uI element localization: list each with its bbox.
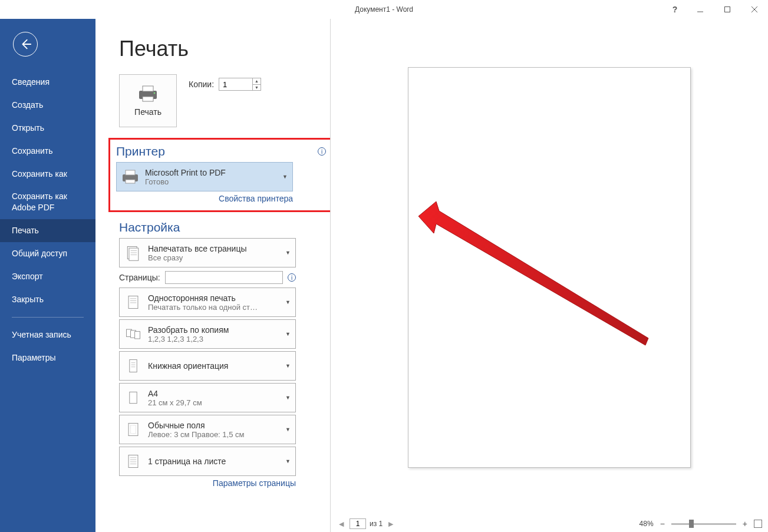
pages-per-sheet-icon	[123, 451, 143, 471]
setting-print-pages[interactable]: Напечатать все страницы Все сразу ▼	[119, 238, 296, 267]
printer-icon	[136, 85, 160, 103]
sidebar-item-export[interactable]: Экспорт	[0, 265, 95, 288]
chevron-down-icon: ▼	[285, 395, 291, 401]
svg-rect-22	[135, 332, 140, 339]
svg-rect-5	[143, 86, 153, 91]
paper-size-icon	[123, 388, 143, 408]
zoom-slider[interactable]	[671, 523, 736, 525]
pages-all-icon	[123, 243, 143, 263]
zoom-out-button[interactable]: −	[658, 519, 667, 528]
prev-page-button[interactable]: ◀	[337, 520, 346, 528]
printer-name: Microsoft Print to PDF	[145, 168, 278, 177]
printer-properties-link[interactable]: Свойства принтера	[219, 194, 293, 203]
sidebar-item-share[interactable]: Общий доступ	[0, 242, 95, 265]
copies-spinner[interactable]: ▲ ▼	[219, 78, 261, 91]
svg-rect-10	[126, 180, 135, 183]
printer-section-title: Принтер i	[116, 144, 329, 158]
chevron-down-icon: ▼	[285, 331, 291, 337]
setting-margins[interactable]: Обычные поля Левое: 3 см Правое: 1,5 см …	[119, 415, 296, 444]
copies-up[interactable]: ▲	[253, 78, 261, 85]
printer-device-icon	[120, 167, 140, 187]
setting-pages-per-she[interactable]: 1 страница на листе ▼	[119, 447, 296, 476]
page-title: Печать	[119, 37, 330, 61]
chevron-down-icon: ▼	[285, 250, 291, 256]
titlebar: Документ1 - Word ?	[0, 0, 768, 19]
current-page-input[interactable]	[350, 518, 366, 529]
sidebar-item-new[interactable]: Создать	[0, 94, 95, 117]
setting-sides[interactable]: Односторонняя печать Печатать только на …	[119, 288, 296, 317]
printer-status: Готово	[145, 177, 278, 186]
printer-section-highlight: Принтер i Microsoft Print to PDF Готово	[108, 138, 337, 212]
minimize-button[interactable]	[687, 0, 714, 19]
sidebar-item-account[interactable]: Учетная запись	[0, 323, 95, 346]
preview-column: ◀ из 1 ▶ 48% − +	[330, 19, 768, 532]
svg-rect-27	[130, 392, 137, 403]
pages-input[interactable]	[165, 271, 283, 284]
sidebar-item-saveas-pdf[interactable]: Сохранить как Adobe PDF	[0, 185, 95, 219]
fit-to-window-button[interactable]	[754, 520, 762, 528]
preview-footer: ◀ из 1 ▶ 48% − +	[331, 516, 768, 532]
printer-dropdown[interactable]: Microsoft Print to PDF Готово ▼	[116, 162, 293, 191]
close-button[interactable]	[741, 0, 768, 19]
info-icon[interactable]: i	[288, 273, 296, 282]
page-preview	[408, 67, 691, 468]
svg-rect-23	[130, 359, 137, 372]
print-settings-column: Печать Печать Копии:	[95, 19, 330, 532]
svg-rect-12	[129, 248, 139, 260]
settings-section-title: Настройка	[119, 220, 330, 234]
sidebar-item-close[interactable]: Закрыть	[0, 288, 95, 311]
help-button[interactable]: ?	[663, 0, 687, 19]
print-button[interactable]: Печать	[119, 74, 177, 127]
window-controls: ?	[663, 0, 768, 19]
setting-paper-size[interactable]: A4 21 см x 29,7 см ▼	[119, 383, 296, 412]
collate-icon	[123, 324, 143, 344]
svg-rect-30	[128, 455, 138, 467]
pages-label: Страницы:	[119, 273, 160, 282]
sidebar-item-print[interactable]: Печать	[0, 219, 95, 242]
info-icon[interactable]: i	[318, 147, 326, 156]
setting-collate[interactable]: Разобрать по копиям 1,2,3 1,2,3 1,2,3 ▼	[119, 319, 296, 349]
setting-orientation[interactable]: Книжная ориентация ▼	[119, 351, 296, 381]
chevron-down-icon: ▼	[285, 363, 291, 369]
backstage-sidebar: Сведения Создать Открыть Сохранить Сохра…	[0, 19, 95, 532]
sidebar-item-save[interactable]: Сохранить	[0, 140, 95, 163]
back-button[interactable]	[13, 32, 38, 57]
svg-point-7	[154, 92, 156, 94]
sidebar-item-options[interactable]: Параметры	[0, 346, 95, 369]
svg-rect-16	[128, 296, 138, 308]
window-title: Документ1 - Word	[355, 5, 413, 14]
portrait-icon	[123, 356, 143, 376]
copies-label: Копии:	[189, 80, 214, 89]
chevron-down-icon: ▼	[282, 174, 288, 180]
chevron-down-icon: ▼	[285, 427, 291, 432]
zoom-percent: 48%	[640, 520, 654, 528]
sidebar-item-saveas[interactable]: Сохранить как	[0, 163, 95, 186]
preview-area	[331, 19, 768, 516]
svg-rect-6	[143, 97, 153, 101]
page-of-label: из 1	[370, 520, 383, 528]
next-page-button[interactable]: ▶	[386, 520, 395, 528]
zoom-in-button[interactable]: +	[741, 519, 749, 528]
chevron-down-icon: ▼	[285, 299, 291, 305]
one-sided-icon	[123, 292, 143, 312]
print-button-label: Печать	[134, 107, 161, 117]
sidebar-divider	[12, 317, 84, 318]
svg-rect-1	[725, 7, 730, 12]
svg-rect-9	[126, 170, 135, 175]
maximize-button[interactable]	[714, 0, 741, 19]
copies-input[interactable]	[219, 78, 252, 90]
page-setup-link[interactable]: Параметры страницы	[213, 478, 296, 488]
sidebar-item-open[interactable]: Открыть	[0, 117, 95, 140]
margins-icon	[123, 419, 143, 440]
copies-down[interactable]: ▼	[253, 85, 261, 91]
chevron-down-icon: ▼	[285, 458, 291, 464]
sidebar-item-info[interactable]: Сведения	[0, 71, 95, 94]
